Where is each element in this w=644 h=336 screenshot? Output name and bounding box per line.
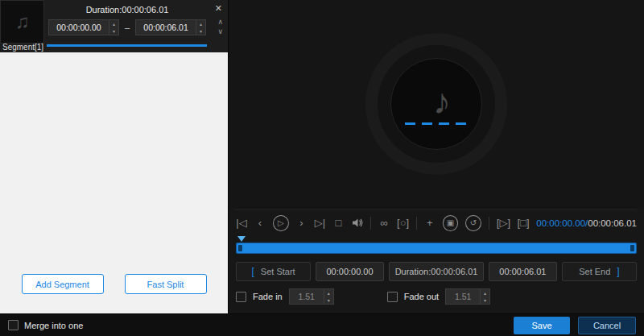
segment-progress-line — [47, 44, 207, 47]
fade-in-arrows: ▴ ▾ — [324, 289, 333, 304]
segment-time-row: 00:00:00.00 ▴ ▾ – 00:00:06.01 ▴ ▾ — [47, 19, 208, 35]
fade-out-checkbox[interactable] — [387, 292, 398, 302]
save-button[interactable]: Save — [514, 317, 570, 334]
spin-down-icon[interactable]: ▾ — [324, 297, 333, 304]
segment-duration-label: Duration:00:00:06.01 — [47, 5, 208, 15]
open-bracket: [ — [252, 266, 254, 277]
range-separator: – — [125, 23, 130, 32]
fade-in-checkbox[interactable] — [236, 292, 246, 302]
skip-start-icon[interactable]: |◁ — [236, 217, 247, 229]
spin-up-icon[interactable]: ▴ — [196, 20, 205, 27]
fade-out-value: 1.51 — [446, 289, 480, 304]
music-note-icon: ♪ — [433, 84, 451, 119]
audio-preview-area: ♪ — [229, 0, 644, 208]
segment-end-arrows: ▴ ▾ — [196, 20, 205, 35]
fade-out-label: Fade out — [404, 292, 439, 301]
fade-out-arrows: ▴ ▾ — [480, 289, 489, 304]
fade-in-spinner[interactable]: 1.51 ▴ ▾ — [289, 288, 334, 305]
spin-up-icon[interactable]: ▴ — [481, 289, 489, 297]
segment-header: ♫ Duration:00:00:06.01 00:00:00.00 ▴ ▾ –… — [0, 0, 228, 52]
add-icon[interactable]: + — [424, 217, 436, 229]
merge-checkbox[interactable] — [8, 320, 19, 330]
fade-controls: Fade in 1.51 ▴ ▾ Fade out 1.51 ▴ ▾ — [236, 287, 637, 306]
disc-outer-ring: ♪ — [365, 33, 507, 175]
segment-list-panel: ♫ Duration:00:00:06.01 00:00:00.00 ▴ ▾ –… — [0, 0, 228, 313]
spin-up-icon[interactable]: ▴ — [324, 289, 333, 297]
segment-actions: Add Segment Fast Split — [0, 274, 228, 294]
timeline-track[interactable] — [236, 243, 637, 254]
play-button[interactable]: ▷ — [273, 215, 289, 231]
divider — [370, 217, 371, 230]
segment-reorder-controls: ∧ ∨ — [217, 18, 223, 35]
preview-panel: ♪ |◁ ‹ ▷ › ▷| □ ∞ [○] — [228, 0, 644, 313]
set-start-button[interactable]: [ Set Start — [236, 262, 311, 281]
spin-up-icon[interactable]: ▴ — [109, 20, 118, 27]
trim-start-time[interactable]: 00:00:00.00 — [316, 262, 384, 281]
disc-mid-ring: ♪ — [378, 45, 495, 163]
reset-button[interactable]: ↺ — [465, 215, 481, 231]
segment-start-value[interactable]: 00:00:00.00 — [49, 20, 109, 35]
divider — [489, 217, 489, 230]
time-display: 00:00:00.00/00:00:06.01 — [536, 218, 637, 228]
fade-in-value: 1.51 — [290, 289, 324, 304]
segment-end-spinner[interactable]: 00:00:06.01 ▴ ▾ — [135, 19, 206, 35]
play-segment-icon[interactable]: [▷] — [497, 217, 510, 229]
cancel-button[interactable]: Cancel — [578, 317, 636, 334]
stop-segment-icon[interactable]: [□] — [518, 217, 530, 229]
clip-editor-window: ♫ Duration:00:00:06.01 00:00:00.00 ▴ ▾ –… — [0, 0, 644, 336]
merge-label: Merge into one — [24, 321, 83, 330]
fade-out-spinner[interactable]: 1.51 ▴ ▾ — [445, 288, 490, 305]
close-icon[interactable]: ✕ — [215, 3, 222, 14]
timeline-row — [236, 240, 637, 256]
trim-end-time[interactable]: 00:00:06.01 — [489, 262, 557, 281]
segment-end-value[interactable]: 00:00:06.01 — [136, 20, 196, 35]
trim-controls: [ Set Start 00:00:00.00 Duration:00:00:0… — [236, 262, 637, 281]
snapshot-icon[interactable]: [○] — [397, 217, 409, 229]
ab-loop-icon[interactable]: ∞ — [378, 217, 390, 229]
add-segment-button[interactable]: Add Segment — [22, 274, 104, 294]
merge-option: Merge into one — [8, 320, 83, 330]
set-end-label: Set End — [579, 267, 610, 276]
close-bracket: ] — [617, 266, 619, 277]
reset-icon: ↺ — [470, 218, 477, 227]
spin-down-icon[interactable]: ▾ — [481, 297, 489, 304]
footer-buttons: Save Cancel — [514, 317, 636, 334]
copy-button[interactable]: ▣ — [443, 215, 459, 231]
stop-icon[interactable]: □ — [333, 217, 345, 229]
segment-start-arrows: ▴ ▾ — [109, 20, 118, 35]
segment-start-spinner[interactable]: 00:00:00.00 ▴ ▾ — [48, 19, 119, 35]
segment-thumbnail[interactable]: ♫ — [0, 0, 44, 44]
spin-down-icon[interactable]: ▾ — [196, 27, 205, 35]
chevron-up-icon[interactable]: ∧ — [217, 18, 223, 26]
chevron-down-icon[interactable]: ∨ — [217, 27, 223, 35]
fade-in-label: Fade in — [253, 292, 283, 301]
disc-inner: ♪ — [390, 58, 482, 150]
audio-dash-indicator — [405, 122, 468, 125]
segment-label: Segment[1] — [2, 43, 43, 52]
step-forward-icon[interactable]: › — [296, 217, 308, 229]
current-time: 00:00:00.00/ — [536, 218, 588, 228]
trim-start-handle[interactable] — [238, 245, 242, 251]
skip-end-icon[interactable]: ▷| — [315, 217, 326, 229]
trim-duration: Duration:00:00:06.01 — [389, 262, 484, 281]
copy-icon: ▣ — [447, 218, 454, 227]
play-icon: ▷ — [278, 218, 284, 227]
total-time: 00:00:06.01 — [588, 218, 637, 228]
step-back-icon[interactable]: ‹ — [254, 217, 266, 229]
footer-bar: Merge into one Save Cancel — [0, 313, 644, 336]
transport-bar: |◁ ‹ ▷ › ▷| □ ∞ [○] + ▣ ↺ [▷] [□] — [236, 209, 637, 235]
segment-time-controls: Duration:00:00:06.01 00:00:00.00 ▴ ▾ – 0… — [47, 0, 208, 35]
volume-icon[interactable] — [352, 218, 364, 228]
divider — [416, 217, 417, 230]
set-end-button[interactable]: Set End ] — [562, 262, 637, 281]
fast-split-button[interactable]: Fast Split — [125, 274, 207, 294]
spin-down-icon[interactable]: ▾ — [109, 27, 118, 35]
music-note-icon: ♫ — [15, 10, 30, 33]
set-start-label: Set Start — [261, 267, 295, 276]
trim-end-handle[interactable] — [630, 245, 634, 251]
